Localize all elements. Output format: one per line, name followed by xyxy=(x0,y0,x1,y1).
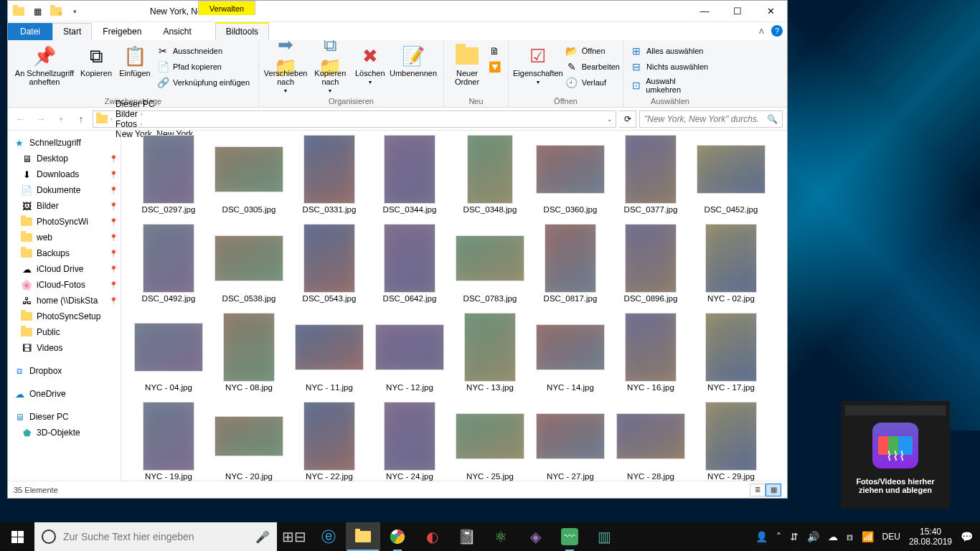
rename-button[interactable]: 📝Umbenennen xyxy=(387,42,439,97)
qat-chevron-icon[interactable]: ▾ xyxy=(67,4,83,19)
tab-start[interactable]: Start xyxy=(52,23,92,40)
nav-item[interactable]: 🌸iCloud-Fotos📍 xyxy=(8,277,121,293)
taskbar-photosync[interactable]: 〰 xyxy=(552,522,587,551)
minimize-button[interactable]: ― xyxy=(688,1,721,22)
ribbon-collapse-icon[interactable]: ᐱ xyxy=(759,27,764,35)
copy-to-button[interactable]: ⧉📁Kopieren nach▾ xyxy=(308,42,352,97)
dock-titlebar[interactable] xyxy=(845,405,946,415)
nav-back-button[interactable]: ← xyxy=(12,110,29,128)
file-item[interactable]: DSC_0538.jpg xyxy=(209,224,289,303)
file-item[interactable]: DSC_0331.jpg xyxy=(289,135,369,214)
file-item[interactable]: DSC_0896.jpg xyxy=(611,224,691,303)
paste-shortcut-button[interactable]: 🔗Verknüpfung einfügen xyxy=(154,76,253,89)
open-button[interactable]: 📂Öffnen xyxy=(563,44,623,57)
file-item[interactable]: NYC - 02.jpg xyxy=(691,224,771,303)
tray-volume-icon[interactable]: 🔊 xyxy=(807,531,819,542)
search-input[interactable] xyxy=(644,114,759,124)
paste-button[interactable]: 📋Einfügen xyxy=(116,42,154,97)
select-none-button[interactable]: ⊟Nichts auswählen xyxy=(628,60,712,73)
breadcrumb-segment[interactable]: Fotos› xyxy=(116,119,198,129)
pin-to-quick-access-button[interactable]: 📌An Schnellzugriff anheften xyxy=(12,42,77,97)
taskbar-search-input[interactable] xyxy=(63,531,248,542)
taskbar-explorer[interactable] xyxy=(346,522,380,551)
file-item[interactable]: NYC - 13.jpg xyxy=(450,313,530,392)
nav-item[interactable]: ☁iCloud Drive📍 xyxy=(8,261,121,277)
nav-quick-access[interactable]: ★Schnellzugriff xyxy=(8,135,121,151)
nav-item[interactable]: 🎞Videos xyxy=(8,340,121,356)
address-bar[interactable]: › Dieser PC›Bilder›Fotos›New York, New Y… xyxy=(93,110,616,128)
file-item[interactable]: NYC - 04.jpg xyxy=(128,313,209,392)
taskbar-chrome[interactable] xyxy=(380,522,415,551)
nav-item[interactable]: web📍 xyxy=(8,230,121,245)
taskbar-search[interactable]: 🎤 xyxy=(34,522,277,551)
tab-ansicht[interactable]: Ansicht xyxy=(152,23,202,40)
qat-properties-icon[interactable]: ▦ xyxy=(29,4,45,19)
nav-recent-button[interactable]: ▾ xyxy=(52,110,70,128)
delete-button[interactable]: ✖Löschen▾ xyxy=(352,42,387,97)
copy-path-button[interactable]: 📄Pfad kopieren xyxy=(154,60,253,73)
tray-onedrive-icon[interactable]: ☁ xyxy=(828,531,838,542)
details-view-button[interactable]: ≣ xyxy=(750,484,765,496)
task-view-button[interactable]: ⊞⊟ xyxy=(277,522,311,551)
cut-button[interactable]: ✂Ausschneiden xyxy=(154,44,253,57)
file-item[interactable]: NYC - 29.jpg xyxy=(691,402,771,481)
history-button[interactable]: 🕘Verlauf xyxy=(563,76,623,89)
edit-button[interactable]: ✎Bearbeiten xyxy=(563,60,623,73)
nav-dropbox[interactable]: ⧈Dropbox xyxy=(8,363,121,379)
tab-datei[interactable]: Datei xyxy=(8,23,52,40)
nav-item[interactable]: Public xyxy=(8,324,121,340)
manage-context-tab[interactable]: Verwalten xyxy=(198,1,255,15)
file-item[interactable]: DSC_0377.jpg xyxy=(611,135,691,214)
nav-item[interactable]: Backups📍 xyxy=(8,245,121,261)
file-item[interactable]: DSC_0360.jpg xyxy=(530,135,611,214)
file-list-pane[interactable]: DSC_0297.jpgDSC_0305.jpgDSC_0331.jpgDSC_… xyxy=(121,131,787,481)
tray-dropbox-icon[interactable]: ⧈ xyxy=(847,531,853,543)
tray-language[interactable]: DEU xyxy=(882,532,900,542)
tray-clock[interactable]: 15:4028.08.2019 xyxy=(909,527,952,547)
file-item[interactable]: NYC - 16.jpg xyxy=(611,313,691,392)
file-item[interactable]: DSC_0642.jpg xyxy=(369,224,450,303)
maximize-button[interactable]: ☐ xyxy=(721,1,754,22)
tray-notifications-icon[interactable]: 💬 xyxy=(961,531,973,542)
copy-button[interactable]: ⧉Kopieren xyxy=(77,42,116,97)
refresh-button[interactable]: ⟳ xyxy=(619,110,636,128)
file-item[interactable]: DSC_0817.jpg xyxy=(530,224,611,303)
tray-overflow-icon[interactable]: ˄ xyxy=(776,531,781,542)
file-item[interactable]: NYC - 25.jpg xyxy=(450,402,530,481)
icons-view-button[interactable]: ▦ xyxy=(765,484,781,496)
file-item[interactable]: DSC_0348.jpg xyxy=(450,135,530,214)
file-item[interactable]: DSC_0543.jpg xyxy=(289,224,369,303)
mic-icon[interactable]: 🎤 xyxy=(255,530,270,544)
file-item[interactable]: DSC_0344.jpg xyxy=(369,135,450,214)
nav-3d-objects[interactable]: ⬟3D-Objekte xyxy=(8,425,121,441)
file-item[interactable]: NYC - 17.jpg xyxy=(691,313,771,392)
easy-access-button[interactable]: 🔽 xyxy=(486,60,503,73)
tray-network-icon[interactable]: ⇵ xyxy=(790,531,798,542)
file-item[interactable]: NYC - 24.jpg xyxy=(369,402,450,481)
nav-item[interactable]: 🖧home (\\DiskSta📍 xyxy=(8,293,121,309)
file-item[interactable]: NYC - 19.jpg xyxy=(128,402,209,481)
breadcrumb-segment[interactable]: Bilder› xyxy=(116,109,198,119)
help-icon[interactable]: ? xyxy=(771,25,783,37)
properties-button[interactable]: ☑Eigenschaften▾ xyxy=(513,42,563,97)
file-item[interactable]: DSC_0297.jpg xyxy=(128,135,209,214)
new-item-button[interactable]: 🗎 xyxy=(486,44,503,57)
tray-wifi-icon[interactable]: 📶 xyxy=(862,531,874,542)
tab-bildtools[interactable]: Bildtools xyxy=(215,22,269,40)
qat-newfolder-icon[interactable]: ✶ xyxy=(48,4,64,19)
file-item[interactable]: NYC - 08.jpg xyxy=(209,313,289,392)
nav-item[interactable]: 🖥Desktop📍 xyxy=(8,151,121,166)
cortana-icon[interactable] xyxy=(42,529,56,544)
nav-this-pc[interactable]: 🖥Dieser PC xyxy=(8,409,121,425)
nav-onedrive[interactable]: ☁OneDrive xyxy=(8,386,121,402)
navigation-pane[interactable]: ★Schnellzugriff 🖥Desktop📍⬇Downloads📍📄Dok… xyxy=(8,131,121,481)
file-item[interactable]: NYC - 22.jpg xyxy=(289,402,369,481)
file-item[interactable]: NYC - 28.jpg xyxy=(611,402,691,481)
new-folder-button[interactable]: Neuer Ordner xyxy=(448,42,486,97)
nav-item[interactable]: PhotoSyncWi📍 xyxy=(8,214,121,230)
photosync-drop-panel[interactable]: ⌇⌇⌇ Fotos/Videos hierher ziehen und able… xyxy=(841,401,950,509)
nav-item[interactable]: 📄Dokumente📍 xyxy=(8,182,121,198)
taskbar-app-2[interactable]: 📓 xyxy=(449,522,484,551)
start-button[interactable] xyxy=(0,522,34,551)
file-item[interactable]: DSC_0452.jpg xyxy=(691,135,771,214)
